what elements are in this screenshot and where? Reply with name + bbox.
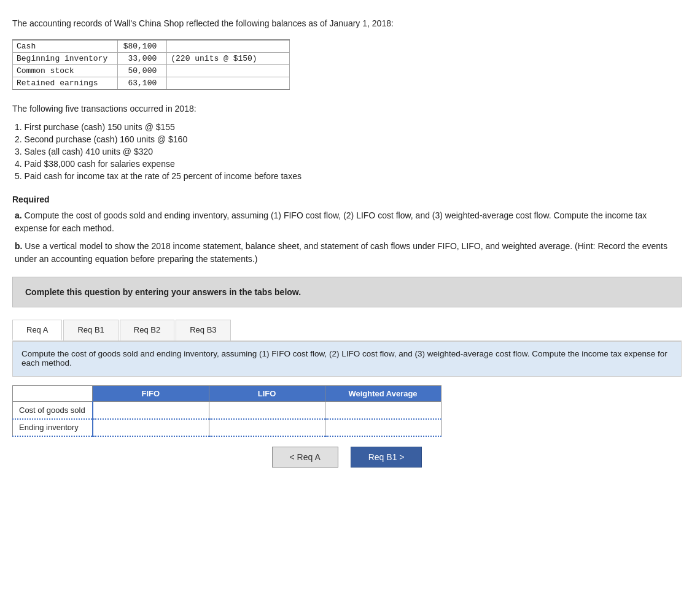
balance-note-stock: [167, 65, 290, 77]
balance-label-retained: Retained earnings: [13, 77, 118, 90]
answer-table: FIFO LIFO Weighted Average Cost of goods…: [12, 385, 441, 437]
tab-req-b2[interactable]: Req B2: [120, 320, 174, 341]
req-item-b: b. Use a vertical model to show the 2018…: [12, 240, 682, 266]
table-row-ending-inventory: Ending inventory: [13, 419, 441, 436]
balance-value-stock: 50,000: [118, 65, 167, 77]
req-a-text: Compute the cost of goods sold and endin…: [15, 210, 647, 233]
tab-content-description: Compute the cost of goods sold and endin…: [21, 349, 667, 368]
cogs-fifo-input[interactable]: [99, 406, 203, 415]
cogs-lifo-cell[interactable]: [209, 402, 325, 419]
header-lifo: LIFO: [209, 386, 325, 402]
ending-inv-fifo-cell[interactable]: [93, 419, 209, 436]
balance-value-retained: 63,100: [118, 77, 167, 90]
tab-req-b3[interactable]: Req B3: [176, 320, 230, 341]
header-weighted-average: Weighted Average: [325, 386, 441, 402]
list-item: 5. Paid cash for income tax at the rate …: [15, 171, 682, 181]
ending-inv-wa-input[interactable]: [332, 423, 435, 432]
req-a-bold: a.: [15, 210, 22, 220]
balance-note-cash: [167, 40, 290, 53]
list-item: 2. Second purchase (cash) 160 units @ $1…: [15, 134, 682, 144]
table-row: Common stock 50,000: [13, 65, 290, 77]
next-button[interactable]: Req B1 >: [351, 447, 422, 468]
ending-inv-lifo-input[interactable]: [216, 423, 319, 432]
balance-label-cash: Cash: [13, 40, 118, 53]
balance-label-inventory: Beginning inventory: [13, 53, 118, 65]
cogs-label: Cost of goods sold: [13, 402, 93, 419]
table-row: Retained earnings 63,100: [13, 77, 290, 90]
req-b-text: Use a vertical model to show the 2018 in…: [15, 241, 667, 264]
table-row-cogs: Cost of goods sold: [13, 402, 441, 419]
ending-inv-lifo-cell[interactable]: [209, 419, 325, 436]
list-item: 4. Paid $38,000 cash for salaries expens…: [15, 159, 682, 169]
ending-inv-wa-cell[interactable]: [325, 419, 441, 436]
header-fifo: FIFO: [93, 386, 209, 402]
tabs-row: Req A Req B1 Req B2 Req B3: [12, 320, 682, 342]
intro-text: The accounting records of Wall's China S…: [12, 18, 682, 28]
balance-label-stock: Common stock: [13, 65, 118, 77]
cogs-wa-cell[interactable]: [325, 402, 441, 419]
balance-value-cash: $80,100: [118, 40, 167, 53]
req-item-a: a. Compute the cost of goods sold and en…: [12, 209, 682, 235]
transactions-title: The following five transactions occurred…: [12, 104, 682, 114]
required-label: Required: [12, 194, 682, 204]
list-item: 3. Sales (all cash) 410 units @ $320: [15, 147, 682, 156]
balance-note-inventory: (220 units @ $150): [167, 53, 290, 65]
complete-box: Complete this question by entering your …: [12, 277, 682, 307]
cogs-fifo-cell[interactable]: [93, 402, 209, 419]
tab-req-b1[interactable]: Req B1: [63, 320, 118, 341]
prev-button[interactable]: < Req A: [272, 447, 338, 468]
transactions-list: 1. First purchase (cash) 150 units @ $15…: [12, 122, 682, 181]
table-row: Cash $80,100: [13, 40, 290, 53]
required-section: Required a. Compute the cost of goods so…: [12, 194, 682, 266]
balance-value-inventory: 33,000: [118, 53, 167, 65]
cogs-lifo-input[interactable]: [216, 406, 319, 415]
ending-inventory-label: Ending inventory: [13, 419, 93, 436]
tab-req-a[interactable]: Req A: [12, 320, 62, 341]
list-item: 1. First purchase (cash) 150 units @ $15…: [15, 122, 682, 132]
tab-content-box: Compute the cost of goods sold and endin…: [12, 342, 682, 377]
table-row: Beginning inventory 33,000 (220 units @ …: [13, 53, 290, 65]
balance-table: Cash $80,100 Beginning inventory 33,000 …: [12, 39, 290, 90]
answer-table-wrapper: FIFO LIFO Weighted Average Cost of goods…: [12, 385, 682, 437]
cogs-wa-input[interactable]: [332, 406, 435, 415]
ending-inv-fifo-input[interactable]: [99, 423, 203, 432]
nav-buttons: < Req A Req B1 >: [12, 447, 682, 468]
balance-note-retained: [167, 77, 290, 90]
req-b-bold: b.: [15, 241, 22, 251]
header-empty: [13, 386, 93, 402]
